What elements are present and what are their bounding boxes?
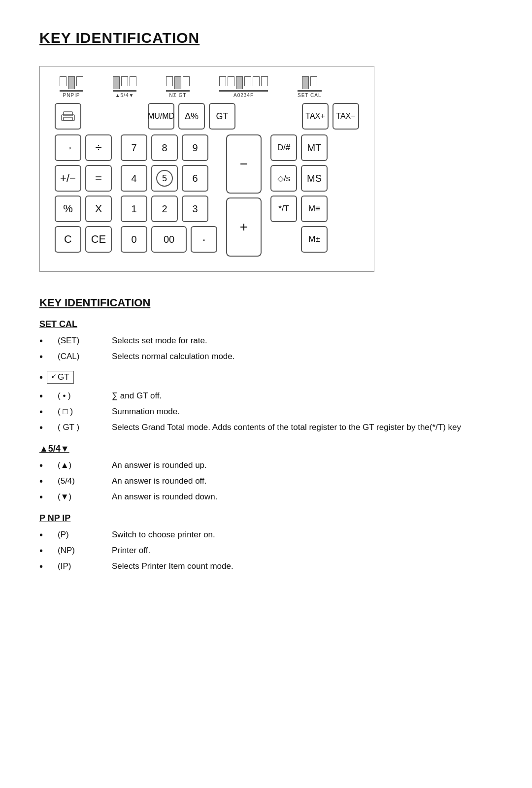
key-desc: An answer is rounded off. — [112, 475, 206, 488]
switch-tab — [121, 76, 128, 86]
gt-box: ↙GT — [47, 371, 74, 384]
key-d-hash[interactable]: D/# — [270, 134, 297, 161]
key-m-plus-minus[interactable]: M± — [301, 226, 328, 253]
section-title: KEY IDENTIFICATION — [39, 296, 493, 309]
key-00[interactable]: 00 — [151, 226, 187, 253]
key-plus[interactable]: + — [226, 197, 262, 257]
list-item: ( • ) ∑ and GT off. — [39, 390, 493, 402]
key-decimal[interactable]: · — [191, 226, 217, 253]
key-print[interactable] — [55, 103, 81, 130]
key-code: ( • ) — [58, 390, 97, 402]
list-item: (▲) An answer is rounded up. — [39, 459, 493, 472]
key-delta-percent[interactable]: Δ% — [178, 103, 205, 130]
pnpip-subtitle: P NP IP — [39, 513, 493, 524]
key-arrow[interactable]: → — [55, 134, 81, 161]
key-tax-minus[interactable]: TAX− — [332, 103, 359, 130]
key-desc: ∑ and GT off. — [112, 390, 162, 402]
pnpip-list: (P) Switch to choose printer on. (NP) Pr… — [39, 528, 493, 573]
key-ce[interactable]: CE — [85, 226, 112, 253]
switch-tab-active — [302, 76, 309, 89]
key-code: (P) — [58, 528, 97, 541]
rounding-subtitle: ▲5/4▼ — [39, 444, 493, 454]
key-desc: An answer is rounded up. — [112, 459, 207, 472]
key-star-t[interactable]: */T — [270, 196, 297, 222]
svg-rect-2 — [64, 117, 72, 121]
switch-label: A0234F — [233, 93, 254, 98]
key-ms[interactable]: MS — [301, 165, 328, 192]
key-code: ( GT ) — [58, 421, 97, 434]
key-mt[interactable]: MT — [301, 134, 328, 161]
key-mumd[interactable]: MU/MD — [148, 103, 174, 130]
switch-label: SET CAL — [298, 93, 322, 98]
switch-pnpip: PNPIP — [60, 76, 83, 98]
key-2[interactable]: 2 — [151, 196, 178, 222]
setcal-group: SET CAL (SET) Selects set mode for rate.… — [39, 319, 493, 363]
key-6[interactable]: 6 — [182, 165, 208, 192]
switch-tab-active — [236, 76, 243, 89]
key-4[interactable]: 4 — [121, 165, 147, 192]
bullet: • — [39, 372, 43, 383]
key-desc: Printer off. — [112, 544, 150, 557]
key-5[interactable]: 5 — [151, 165, 178, 192]
switch-setcal: SET CAL — [298, 76, 322, 98]
key-gt[interactable]: GT — [209, 103, 235, 130]
switch-tab — [130, 76, 136, 86]
gt-symbol-row: • ↙GT — [39, 371, 493, 384]
key-plus-minus[interactable]: +/− — [55, 165, 81, 192]
key-5-circled: 5 — [156, 170, 173, 187]
keyboard-area: → ÷ +/− = % X C CE 7 8 9 4 — [55, 134, 359, 257]
switch-tab — [244, 76, 251, 86]
switch-label: ▲5/4▼ — [115, 93, 134, 98]
list-item: (▼) An answer is rounded down. — [39, 491, 493, 503]
key-percent[interactable]: % — [55, 196, 81, 222]
pnpip-group: P NP IP (P) Switch to choose printer on.… — [39, 513, 493, 573]
key-diamond-s[interactable]: ◇/s — [270, 165, 297, 192]
switch-tab — [310, 76, 317, 86]
key-8[interactable]: 8 — [151, 134, 178, 161]
numpad: 7 8 9 4 5 6 1 2 3 0 00 · — [121, 134, 217, 253]
switch-tab — [76, 76, 83, 86]
key-code: (5/4) — [58, 475, 97, 488]
switch-label: PNPIP — [63, 93, 80, 98]
calculator-diagram: PNPIP ▲5/4▼ NΣ GT — [39, 66, 374, 272]
page-title: KEY IDENTIFICATION — [39, 30, 493, 46]
switch-tab — [166, 76, 173, 86]
switch-tab — [60, 76, 66, 86]
key-desc: Selects Grand Total mode. Adds contents … — [112, 421, 461, 434]
key-7[interactable]: 7 — [121, 134, 147, 161]
key-m-equals[interactable]: M≡ — [301, 196, 328, 222]
key-tax-plus[interactable]: TAX+ — [302, 103, 329, 130]
switch-tab-active — [174, 76, 181, 89]
switch-tab-active — [68, 76, 75, 89]
key-equals[interactable]: = — [85, 165, 112, 192]
key-1[interactable]: 1 — [121, 196, 147, 222]
switch-decimal: A0234F — [219, 76, 268, 98]
key-minus[interactable]: − — [226, 134, 262, 194]
setcal-subtitle: SET CAL — [39, 319, 493, 329]
tall-keys: − + — [226, 134, 262, 257]
svg-rect-1 — [64, 112, 72, 116]
switch-ngt: NΣ GT — [166, 76, 190, 98]
key-code: (IP) — [58, 560, 97, 573]
key-code: (NP) — [58, 544, 97, 557]
key-identification-section: KEY IDENTIFICATION SET CAL (SET) Selects… — [39, 296, 493, 573]
key-0[interactable]: 0 — [121, 226, 147, 253]
key-multiply[interactable]: X — [85, 196, 112, 222]
key-3[interactable]: 3 — [182, 196, 208, 222]
switch-tab — [253, 76, 260, 86]
list-item: (SET) Selects set mode for rate. — [39, 334, 493, 347]
switch-tab — [219, 76, 226, 86]
key-desc: An answer is rounded down. — [112, 491, 218, 503]
right-panel: D/# MT ◇/s MS */T M≡ M± — [270, 134, 328, 253]
key-desc: Selects normal calculation mode. — [112, 350, 234, 363]
key-divide[interactable]: ÷ — [85, 134, 112, 161]
key-9[interactable]: 9 — [182, 134, 208, 161]
list-item: (CAL) Selects normal calculation mode. — [39, 350, 493, 363]
gt-list: ( • ) ∑ and GT off. ( □ ) Summation mode… — [39, 390, 493, 434]
rounding-list: (▲) An answer is rounded up. (5/4) An an… — [39, 459, 493, 503]
key-code: ( □ ) — [58, 405, 97, 418]
key-clear[interactable]: C — [55, 226, 81, 253]
switch-tab — [228, 76, 234, 86]
switch-tab-active — [113, 76, 120, 89]
key-desc: Selects set mode for rate. — [112, 334, 207, 347]
